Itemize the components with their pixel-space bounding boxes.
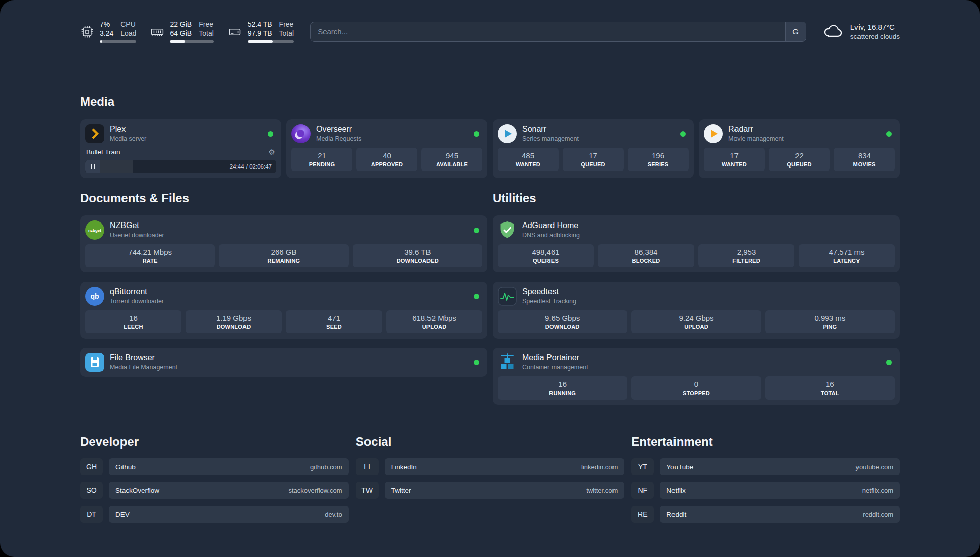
service-link-adguard[interactable]: AdGuard Home DNS and adblocking [498,220,895,240]
section-title-developer: Developer [80,435,349,449]
bookmark-link[interactable]: Twitter twitter.com [385,482,625,499]
service-desc: Series management [522,134,579,143]
service-name: NZBGet [110,221,164,230]
stat-tile: 9.65 Gbps DOWNLOAD [498,310,627,333]
bookmark-link[interactable]: DEV dev.to [109,506,349,523]
section-documents: Documents & Files nzbget [80,191,487,405]
bookmark-link[interactable]: Reddit reddit.com [660,506,900,523]
svg-text:nzbget: nzbget [88,228,101,233]
storage-monitor: 52.4 TB Free 97.9 TB Total [228,20,294,43]
service-link-portainer[interactable]: Media Portainer Container management [498,353,895,372]
section-title-media: Media [80,95,900,109]
stat-tile: 22 QUEUED [769,148,830,171]
plex-icon [85,124,104,143]
service-link-plex[interactable]: Plex Media server [85,124,276,143]
cpu-chip-icon [80,25,94,39]
service-link-overseerr[interactable]: Overseerr Media Requests [291,124,482,143]
service-card-qbittorrent: qb qBittorrent Torrent downloader [80,282,487,339]
service-card-portainer: Media Portainer Container management 16 … [493,348,900,405]
service-link-sonarr[interactable]: Sonarr Series management [498,124,689,143]
storage-usage-bar [248,40,294,43]
bookmark-linkedin[interactable]: LI LinkedIn linkedin.com [356,458,625,475]
service-name: Plex [110,125,146,134]
section-entertainment: Entertainment YT YouTube youtube.com NF … [631,435,900,523]
section-media: Media Plex Media server [80,95,900,178]
service-name: Overseerr [316,125,361,134]
stat-tile: 17 WANTED [704,148,765,171]
bookmark-abbr: LI [356,458,379,475]
memory-total-value: 64 GiB [170,29,192,38]
radarr-icon [704,124,723,143]
section-title-entertainment: Entertainment [631,435,900,449]
status-dot [886,360,892,365]
stat-tile: 945 AVAILABLE [421,148,482,171]
status-dot [474,228,479,233]
svg-text:qb: qb [90,292,99,300]
storage-disk-icon [228,25,242,39]
cpu-load-value: 3.24 [100,29,113,38]
dashboard: 7% CPU 3.24 Load [0,0,980,557]
bookmark-link[interactable]: StackOverflow stackoverflow.com [109,482,349,499]
service-desc: Movie management [728,134,784,143]
service-card-sonarr: Sonarr Series management 485 WANTED 17 Q… [493,119,694,178]
service-desc: Container management [522,363,588,372]
bookmark-stackoverflow[interactable]: SO StackOverflow stackoverflow.com [80,482,349,499]
memory-ram-icon [150,25,164,39]
weather-location: Lviv, 16.87°C [850,22,900,32]
bookmark-twitter[interactable]: TW Twitter twitter.com [356,482,625,499]
search-input[interactable] [310,22,806,42]
memory-usage-bar [170,40,213,43]
stat-tile: 834 MOVIES [834,148,895,171]
bookmark-abbr: RE [631,506,654,523]
status-dot [474,360,479,365]
bookmark-link[interactable]: YouTube youtube.com [660,458,900,475]
bookmark-link[interactable]: Netflix netflix.com [660,482,900,499]
service-name: qBittorrent [110,287,164,296]
stat-tile: 0.993 ms PING [765,310,895,333]
weather-widget: Lviv, 16.87°C scattered clouds [822,22,900,41]
stat-tile: 86,384 BLOCKED [598,244,694,267]
bookmark-netflix[interactable]: NF Netflix netflix.com [631,482,900,499]
service-desc: Torrent downloader [110,297,164,306]
cpu-usage-bar [100,40,136,43]
service-card-speedtest: Speedtest Speedtest Tracking 9.65 Gbps D… [493,282,900,339]
service-link-radarr[interactable]: Radarr Movie management [704,124,895,143]
bookmark-abbr: TW [356,482,379,499]
stat-tile: 266 GB REMAINING [219,244,348,267]
bookmark-reddit[interactable]: RE Reddit reddit.com [631,506,900,523]
service-card-radarr: Radarr Movie management 17 WANTED 22 QUE… [699,119,900,178]
section-developer: Developer GH Github github.com SO StackO… [80,435,349,523]
stat-tile: 16 TOTAL [765,376,895,400]
settings-gear-icon[interactable]: ⚙ [269,148,275,156]
memory-free-label: Free [199,20,214,29]
bookmark-abbr: NF [631,482,654,499]
stat-tile: 196 SERIES [628,148,689,171]
bookmark-link[interactable]: Github github.com [109,458,349,475]
search-provider-button[interactable]: G [785,22,806,41]
bookmark-abbr: YT [631,458,654,475]
service-desc: Media server [110,134,146,143]
service-link-filebrowser[interactable]: File Browser Media File Management [85,353,482,372]
service-name: Sonarr [522,125,579,134]
service-link-speedtest[interactable]: Speedtest Speedtest Tracking [498,287,895,306]
service-link-nzbget[interactable]: nzbget NZBGet Usenet downloader [85,220,482,240]
stat-tile: 17 QUEUED [563,148,624,171]
adguard-shield-icon [498,220,517,240]
bookmark-link[interactable]: LinkedIn linkedin.com [385,458,625,475]
service-link-qbittorrent[interactable]: qb qBittorrent Torrent downloader [85,287,482,306]
qbittorrent-icon: qb [85,287,104,306]
stat-tile: 16 LEECH [85,310,181,333]
status-dot [268,131,273,137]
stat-tile: 485 WANTED [498,148,559,171]
stat-tile: 47.571 ms LATENCY [799,244,895,267]
service-desc: Usenet downloader [110,231,164,240]
bookmark-youtube[interactable]: YT YouTube youtube.com [631,458,900,475]
bookmark-dev[interactable]: DT DEV dev.to [80,506,349,523]
stat-tile: 0 STOPPED [631,376,761,400]
bookmark-github[interactable]: GH Github github.com [80,458,349,475]
search-bar: G [310,22,806,42]
pause-button[interactable] [85,160,100,173]
service-desc: Media File Management [110,363,177,372]
stat-tile: 16 RUNNING [498,376,627,400]
memory-total-label: Total [199,29,214,38]
